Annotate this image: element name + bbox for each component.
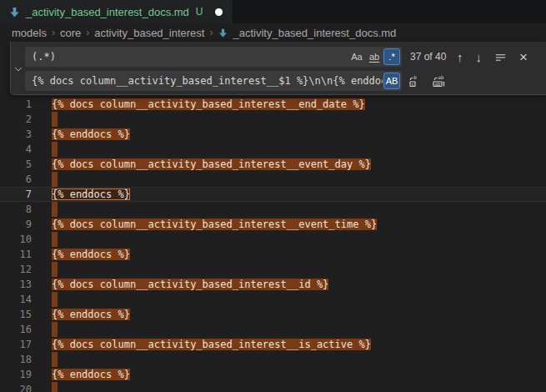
match-highlight: {% enddocs %} [52, 128, 130, 140]
svg-text:ab: ab [438, 74, 444, 80]
tab-active-file[interactable]: _activity_based_interest_docs.md U [0, 0, 233, 23]
breadcrumb-models[interactable]: models [12, 27, 47, 39]
editor-line[interactable]: 19 {% enddocs %} [0, 367, 546, 382]
toggle-replace-button[interactable] [11, 42, 25, 96]
whole-word-toggle[interactable]: ab [366, 48, 383, 65]
editor-line[interactable]: 7 {% enddocs %} [0, 187, 546, 202]
previous-match-button[interactable]: ↑ [457, 51, 463, 63]
line-number: 5 [0, 157, 32, 172]
line-number: 14 [0, 292, 32, 307]
empty-match-stub [52, 352, 58, 367]
line-content [52, 112, 58, 127]
line-number: 1 [0, 97, 32, 112]
line-content [52, 292, 58, 307]
line-number: 7 [0, 187, 32, 202]
line-content: {% docs column__activity_based_interest_… [52, 277, 328, 292]
line-number: 6 [0, 172, 32, 187]
svg-text:b: b [413, 74, 417, 80]
breadcrumb: models › core › activity_based_interest … [0, 23, 546, 42]
line-number: 11 [0, 247, 32, 262]
empty-match-stub [52, 232, 58, 247]
editor-line[interactable]: 6 [0, 172, 546, 187]
replace-row: AB b c ab ab [25, 71, 539, 91]
find-in-selection-button[interactable] [494, 51, 507, 63]
match-highlight: {% enddocs %} [52, 309, 130, 320]
replace-input[interactable] [25, 75, 383, 87]
editor-line[interactable]: 18 [0, 352, 546, 367]
close-icon[interactable]: × [519, 50, 528, 64]
editor-line[interactable]: 4 [0, 142, 546, 157]
editor-line[interactable]: 10 [0, 232, 546, 247]
line-content [52, 382, 58, 392]
editor-line[interactable]: 11 {% enddocs %} [0, 247, 546, 262]
breadcrumb-activity-based-interest[interactable]: activity_based_interest [94, 27, 204, 39]
editor-line[interactable]: 17 {% docs column__activity_based_intere… [0, 337, 546, 352]
chevron-right-icon: › [208, 27, 213, 38]
line-number: 4 [0, 142, 32, 157]
line-content [52, 352, 58, 367]
line-content: {% docs column__activity_based_interest_… [52, 157, 371, 172]
breadcrumb-core[interactable]: core [60, 27, 81, 39]
line-content: {% docs column__activity_based_interest_… [52, 337, 371, 352]
empty-match-stub [52, 202, 58, 217]
line-number: 2 [0, 112, 32, 127]
line-number: 20 [0, 382, 32, 392]
replace-all-button[interactable]: ab ab [432, 74, 446, 88]
find-row: Aa ab .* 37 of 40 ↑ ↓ × [25, 47, 539, 67]
line-content [52, 262, 58, 277]
line-content [52, 142, 58, 157]
line-number: 16 [0, 322, 32, 337]
line-content: {% enddocs %} [52, 247, 130, 262]
next-match-button[interactable]: ↓ [476, 51, 483, 63]
regex-toggle[interactable]: .* [383, 48, 400, 65]
line-content: {% docs column__activity_based_interest_… [52, 217, 377, 232]
replace-input-box: AB [25, 71, 402, 91]
match-highlight: {% docs column__activity_based_interest_… [52, 339, 371, 350]
find-input[interactable] [25, 51, 348, 63]
svg-text:c: c [411, 81, 414, 87]
editor-line[interactable]: 20 [0, 382, 546, 392]
line-number: 19 [0, 367, 32, 382]
git-status-badge: U [196, 6, 203, 18]
line-number: 12 [0, 262, 32, 277]
find-replace-widget: Aa ab .* 37 of 40 ↑ ↓ × AB [10, 42, 546, 95]
editor-line[interactable]: 15 {% enddocs %} [0, 307, 546, 322]
markdown-icon [218, 28, 228, 38]
match-highlight: {% enddocs %} [52, 369, 130, 380]
editor-line[interactable]: 1 {% docs column__activity_based_interes… [0, 97, 546, 112]
line-content [52, 172, 58, 187]
editor-line[interactable]: 13 {% docs column__activity_based_intere… [0, 277, 546, 292]
editor-line[interactable]: 5 {% docs column__activity_based_interes… [0, 157, 546, 172]
line-number: 9 [0, 217, 32, 232]
find-input-box: Aa ab .* [25, 47, 402, 67]
empty-match-stub [52, 112, 58, 127]
editor-line[interactable]: 9 {% docs column__activity_based_interes… [0, 217, 546, 232]
line-number: 13 [0, 277, 32, 292]
editor-line[interactable]: 16 [0, 322, 546, 337]
match-count: 37 of 40 [410, 51, 446, 63]
match-highlight: {% docs column__activity_based_interest_… [52, 279, 328, 290]
unsaved-dot-icon[interactable] [215, 8, 223, 16]
svg-text:ab: ab [434, 81, 441, 87]
line-content: {% enddocs %} [52, 127, 130, 142]
breadcrumb-file[interactable]: _activity_based_interest_docs.md [233, 27, 396, 39]
line-number: 18 [0, 352, 32, 367]
match-highlight: {% docs column__activity_based_interest_… [52, 98, 365, 110]
empty-match-stub [52, 382, 58, 392]
line-content: {% enddocs %} [52, 367, 130, 382]
empty-match-stub [52, 292, 58, 307]
line-content [52, 202, 58, 217]
match-highlight: {% enddocs %} [52, 249, 130, 260]
editor-line[interactable]: 12 [0, 262, 546, 277]
editor-line[interactable]: 3 {% enddocs %} [0, 127, 546, 142]
editor-line[interactable]: 8 [0, 202, 546, 217]
chevron-right-icon: › [51, 27, 56, 38]
line-content: {% enddocs %} [52, 307, 130, 322]
preserve-case-toggle[interactable]: AB [383, 73, 400, 89]
replace-button[interactable]: b c [408, 74, 422, 88]
line-content [52, 232, 58, 247]
match-case-toggle[interactable]: Aa [348, 48, 365, 65]
match-highlight: {% docs column__activity_based_interest_… [52, 219, 377, 230]
editor-line[interactable]: 14 [0, 292, 546, 307]
editor-line[interactable]: 2 [0, 112, 546, 127]
